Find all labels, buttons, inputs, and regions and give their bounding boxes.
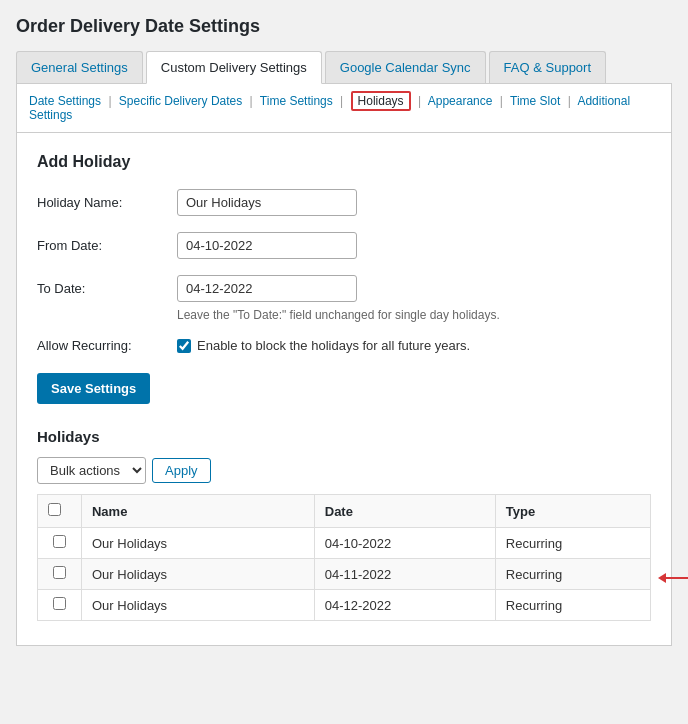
table-row: Our Holidays 04-11-2022 Recurring [38, 559, 651, 590]
row-name-0: Our Holidays [81, 528, 314, 559]
separator-4: | [418, 94, 421, 108]
row-name-1: Our Holidays [81, 559, 314, 590]
holiday-name-label: Holiday Name: [37, 195, 177, 210]
separator-2: | [250, 94, 253, 108]
to-date-input[interactable] [177, 275, 357, 302]
allow-recurring-checkbox-label[interactable]: Enable to block the holidays for all fut… [177, 338, 470, 353]
table-row: Our Holidays 04-12-2022 Recurring [38, 590, 651, 621]
th-checkbox [38, 495, 82, 528]
row-checkbox-cell [38, 528, 82, 559]
content-area: Add Holiday Holiday Name: From Date: To … [16, 133, 672, 646]
row-checkbox-cell [38, 590, 82, 621]
row-type-1: Recurring [495, 559, 650, 590]
row-checkbox-1[interactable] [53, 566, 66, 579]
subnav-specific-delivery-dates[interactable]: Specific Delivery Dates [119, 94, 242, 108]
holidays-table: Name Date Type Our Holidays 04-10-2022 R… [37, 494, 651, 621]
to-date-row: To Date: [37, 275, 651, 302]
page-title: Order Delivery Date Settings [16, 16, 672, 37]
row-checkbox-0[interactable] [53, 535, 66, 548]
bulk-actions-row: Bulk actions Apply [37, 457, 651, 484]
separator-3: | [340, 94, 343, 108]
row-date-0: 04-10-2022 [314, 528, 495, 559]
holiday-name-input[interactable] [177, 189, 357, 216]
table-header-row: Name Date Type [38, 495, 651, 528]
allow-recurring-text: Enable to block the holidays for all fut… [197, 338, 470, 353]
arrow-line [666, 577, 688, 579]
from-date-input[interactable] [177, 232, 357, 259]
bulk-actions-select[interactable]: Bulk actions [37, 457, 146, 484]
row-type-0: Recurring [495, 528, 650, 559]
table-row: Our Holidays 04-10-2022 Recurring [38, 528, 651, 559]
apply-button[interactable]: Apply [152, 458, 211, 483]
save-settings-button[interactable]: Save Settings [37, 373, 150, 404]
row-checkbox-cell [38, 559, 82, 590]
row-checkbox-2[interactable] [53, 597, 66, 610]
subnav-time-settings[interactable]: Time Settings [260, 94, 333, 108]
table-wrapper: Name Date Type Our Holidays 04-10-2022 R… [37, 494, 651, 621]
add-holiday-title: Add Holiday [37, 153, 651, 171]
allow-recurring-label: Allow Recurring: [37, 338, 177, 353]
separator-5: | [500, 94, 503, 108]
subnav-holidays[interactable]: Holidays [351, 91, 411, 111]
row-name-2: Our Holidays [81, 590, 314, 621]
subnav-appearance[interactable]: Appearance [428, 94, 493, 108]
tab-google-calendar-sync[interactable]: Google Calendar Sync [325, 51, 486, 83]
main-tabs: General Settings Custom Delivery Setting… [16, 51, 672, 84]
red-arrow-annotation [658, 573, 688, 583]
select-all-checkbox[interactable] [48, 503, 61, 516]
subnav-time-slot[interactable]: Time Slot [510, 94, 560, 108]
holidays-list-title: Holidays [37, 428, 651, 445]
to-date-hint: Leave the "To Date:" field unchanged for… [177, 308, 651, 322]
row-date-2: 04-12-2022 [314, 590, 495, 621]
arrow-head [658, 573, 666, 583]
th-type: Type [495, 495, 650, 528]
row-type-2: Recurring [495, 590, 650, 621]
separator-1: | [108, 94, 111, 108]
th-date: Date [314, 495, 495, 528]
allow-recurring-checkbox[interactable] [177, 339, 191, 353]
separator-6: | [568, 94, 571, 108]
row-date-1: 04-11-2022 [314, 559, 495, 590]
tab-faq-support[interactable]: FAQ & Support [489, 51, 606, 83]
holiday-name-row: Holiday Name: [37, 189, 651, 216]
to-date-label: To Date: [37, 281, 177, 296]
tab-general-settings[interactable]: General Settings [16, 51, 143, 83]
from-date-label: From Date: [37, 238, 177, 253]
subnav-date-settings[interactable]: Date Settings [29, 94, 101, 108]
allow-recurring-row: Allow Recurring: Enable to block the hol… [37, 338, 651, 353]
from-date-row: From Date: [37, 232, 651, 259]
sub-nav: Date Settings | Specific Delivery Dates … [16, 84, 672, 133]
tab-custom-delivery-settings[interactable]: Custom Delivery Settings [146, 51, 322, 84]
th-name: Name [81, 495, 314, 528]
